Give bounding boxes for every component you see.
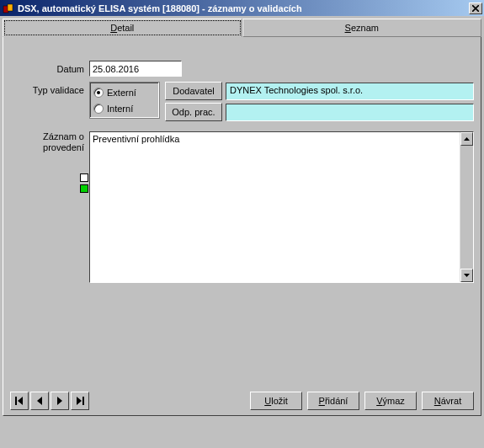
validation-type-group: Externí Interní [89, 82, 160, 119]
save-rest: ložit [271, 396, 288, 406]
radio-internal-indicator [93, 104, 104, 114]
vertical-scrollbar[interactable] [460, 132, 473, 282]
svg-rect-2 [15, 397, 17, 405]
responsible-button[interactable]: Odp. prac. [165, 103, 222, 121]
nav-next-icon [56, 397, 63, 405]
radio-external-label: Externí [107, 88, 136, 98]
action-buttons: Uložit Přidání Výmaz Návrat [250, 392, 474, 410]
radio-internal-label: Interní [107, 104, 133, 114]
supplier-button[interactable]: Dodavatel [165, 82, 222, 100]
type-label: Typ validace [10, 82, 89, 95]
scroll-up-icon[interactable] [460, 132, 473, 146]
tab-seznam[interactable]: Seznam [242, 19, 482, 37]
date-input[interactable] [89, 61, 182, 77]
record-navigator [10, 392, 89, 410]
radio-external-indicator [93, 88, 104, 98]
date-label: Datum [10, 64, 89, 74]
tab-detail-rest: etail [117, 23, 134, 33]
record-textarea[interactable] [90, 132, 460, 282]
nav-last-button[interactable] [71, 392, 89, 410]
status-box-white[interactable] [80, 173, 88, 182]
radio-internal[interactable]: Interní [92, 100, 157, 116]
status-box-green[interactable] [80, 184, 88, 193]
delete-button[interactable]: Výmaz [364, 392, 417, 410]
back-rest: ávrat [441, 396, 461, 406]
responsible-field[interactable] [226, 104, 474, 121]
close-button[interactable] [469, 3, 482, 14]
record-label: Záznam o provedení [10, 131, 89, 153]
bottom-bar: Uložit Přidání Výmaz Návrat [10, 392, 474, 410]
back-button[interactable]: Návrat [422, 392, 474, 410]
supplier-field[interactable]: DYNEX Technologies spol. s.r.o. [226, 83, 474, 100]
svg-rect-1 [8, 4, 13, 11]
save-button[interactable]: Uložit [250, 392, 302, 410]
nav-first-icon [15, 397, 24, 405]
nav-last-icon [76, 397, 84, 405]
delete-rest: ýmaz [383, 396, 405, 406]
add-rest: řidání [325, 396, 348, 406]
detail-panel: Datum Typ validace Externí Interní Dodav… [3, 37, 481, 416]
tab-seznam-rest: eznam [351, 23, 379, 33]
titlebar: DSX, automatický ELISA systém [188080] -… [0, 0, 484, 16]
nav-prev-icon [36, 397, 43, 405]
add-button[interactable]: Přidání [307, 392, 359, 410]
scroll-down-icon[interactable] [460, 269, 473, 282]
tab-detail[interactable]: Detail [3, 19, 242, 37]
svg-rect-3 [82, 397, 84, 405]
tab-strip: Detail Seznam [3, 19, 481, 37]
nav-prev-button[interactable] [30, 392, 49, 410]
nav-first-button[interactable] [10, 392, 29, 410]
window-title: DSX, automatický ELISA systém [188080] -… [18, 3, 469, 13]
nav-next-button[interactable] [51, 392, 69, 410]
app-icon [2, 2, 15, 15]
radio-external[interactable]: Externí [92, 84, 157, 100]
record-textarea-wrap [89, 131, 474, 283]
